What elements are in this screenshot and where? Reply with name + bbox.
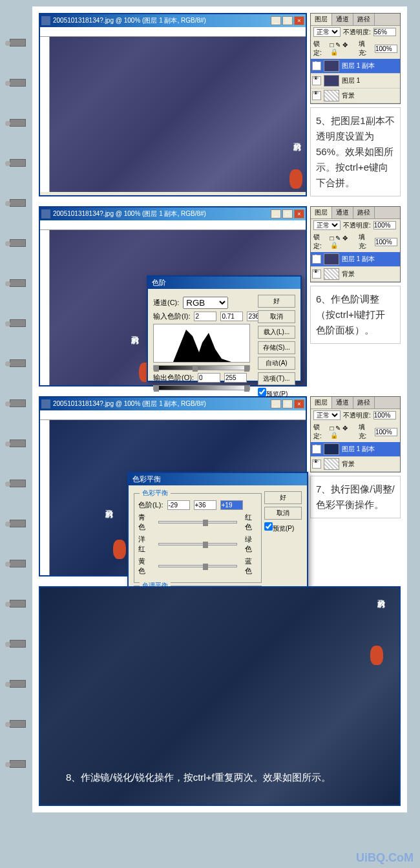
channel-select[interactable]: RGB <box>183 297 228 309</box>
opacity-input[interactable] <box>373 28 396 36</box>
step-5-caption: 5、把图层1副本不透明度设置为56%。效果如图所示。按ctrl+e键向下合拼。 <box>310 107 401 196</box>
visibility-icon[interactable] <box>312 445 321 454</box>
layer-thumbnail <box>324 443 339 455</box>
app-icon <box>41 209 50 218</box>
fill-input[interactable] <box>375 428 397 436</box>
close-button[interactable]: × <box>294 209 304 218</box>
input-levels-label: 输入色阶(I): <box>153 312 190 321</box>
tab-channels[interactable]: 通道 <box>332 397 353 408</box>
minimize-button[interactable]: _ <box>271 16 281 25</box>
red-label: 红色 <box>245 513 257 532</box>
step-7-caption: 7、执行图像/调整/色彩平衡操作。 <box>310 476 401 518</box>
seal-stamp <box>370 646 383 665</box>
maximize-button[interactable]: □ <box>282 399 293 408</box>
fill-label: 填充: <box>359 233 373 251</box>
maximize-button[interactable]: □ <box>282 16 293 25</box>
preview-checkbox[interactable] <box>264 522 273 531</box>
opacity-input[interactable] <box>373 221 396 229</box>
watermark: 飛材的人 <box>367 594 386 646</box>
layer-1-copy[interactable]: 图层 1 副本 <box>311 442 400 457</box>
background-layer[interactable]: 背景 <box>311 89 400 103</box>
cb-val1[interactable] <box>167 500 190 510</box>
minimize-button[interactable]: _ <box>271 209 281 218</box>
save-button[interactable]: 存储(S)... <box>258 341 295 354</box>
cancel-button[interactable]: 取消 <box>258 310 295 323</box>
tab-paths[interactable]: 路径 <box>353 397 375 408</box>
titlebar[interactable]: 2005101318134?.jpg @ 100% (图层 1 副本, RGB/… <box>40 207 306 220</box>
output-highlight[interactable] <box>224 373 247 383</box>
tab-channels[interactable]: 通道 <box>332 14 353 25</box>
layer-1-copy[interactable]: 图层 1 副本 <box>311 252 400 267</box>
levels-label: 色阶(L): <box>138 500 163 510</box>
app-icon <box>41 16 50 25</box>
tab-channels[interactable]: 通道 <box>332 207 353 218</box>
background-layer[interactable]: 背景 <box>311 267 400 282</box>
layers-panel[interactable]: 图层 通道 路径 正常 不透明度: 锁定: □ ✎ ✥ 🔒 填充: 图层 1 副… <box>310 13 401 104</box>
output-slider[interactable] <box>153 385 250 390</box>
close-button[interactable]: × <box>294 16 304 25</box>
auto-button[interactable]: 自动(A) <box>258 357 295 370</box>
visibility-icon[interactable] <box>312 460 321 469</box>
titlebar[interactable]: 2005101318134?.jpg @ 100% (图层 1 副本, RGB/… <box>40 14 306 27</box>
opacity-input[interactable] <box>373 411 396 419</box>
seal-stamp <box>289 169 302 189</box>
input-mid[interactable] <box>220 312 243 321</box>
layer-1-copy[interactable]: 图层 1 副本 <box>311 59 400 74</box>
yellow-blue-slider[interactable] <box>158 565 237 567</box>
tab-layers[interactable]: 图层 <box>311 397 332 408</box>
cancel-button[interactable]: 取消 <box>264 507 302 520</box>
layer-thumbnail <box>324 60 339 72</box>
photoshop-window-7: 2005101318134?.jpg @ 100% (图层 1 副本, RGB/… <box>39 396 307 577</box>
blend-mode-select[interactable]: 正常 <box>313 220 341 230</box>
layer-1[interactable]: 图层 1 <box>311 74 400 89</box>
tab-paths[interactable]: 路径 <box>353 14 375 25</box>
canvas-area[interactable]: 飛材的人 <box>50 37 306 192</box>
visibility-icon[interactable] <box>312 61 321 70</box>
cb-val3[interactable] <box>220 500 243 510</box>
titlebar[interactable]: 2005101318134?.jpg @ 100% (图层 1 副本, RGB/… <box>40 397 306 410</box>
minimize-button[interactable]: _ <box>271 399 281 408</box>
visibility-icon[interactable] <box>312 255 321 264</box>
step-7-section: 2005101318134?.jpg @ 100% (图层 1 副本, RGB/… <box>39 396 401 577</box>
levels-dialog[interactable]: 色阶 通道(C): RGB 输入色阶(I): 输出色阶(O): 好 取消 载入(… <box>147 275 302 382</box>
visibility-icon[interactable] <box>312 76 321 85</box>
horizontal-ruler <box>40 220 306 230</box>
visibility-icon[interactable] <box>312 91 321 100</box>
fill-input[interactable] <box>375 238 397 246</box>
step-5-section: 2005101318134?.jpg @ 100% (图层 1 副本, RGB/… <box>39 13 401 196</box>
background-layer[interactable]: 背景 <box>311 457 400 472</box>
close-button[interactable]: × <box>294 399 304 408</box>
preview-checkbox[interactable] <box>258 388 266 396</box>
vertical-ruler <box>40 37 50 192</box>
layer-thumbnail <box>324 90 339 101</box>
output-shadow[interactable] <box>198 373 220 383</box>
input-slider[interactable] <box>153 365 250 370</box>
maximize-button[interactable]: □ <box>282 209 293 218</box>
visibility-icon[interactable] <box>312 270 321 279</box>
document-title: 2005101318134?.jpg @ 100% (图层 1 副本, RGB/… <box>53 399 271 408</box>
result-canvas: 飛材的人 8、作滤镜/锐化/锐化操作，按ctrl+f重复两次。效果如图所示。 <box>39 586 401 806</box>
canvas-area[interactable]: 飛材的人 色阶 通道(C): RGB 输入色阶(I): 输出色阶(O): 好 取… <box>50 230 306 385</box>
magenta-green-slider[interactable] <box>158 543 237 545</box>
canvas-area[interactable]: 飛材的人 色彩平衡 色彩平衡 色阶(L): 青色红色 洋红绿色 黄色蓝色 色调平… <box>50 420 306 575</box>
tab-paths[interactable]: 路径 <box>353 207 375 218</box>
ok-button[interactable]: 好 <box>264 491 302 504</box>
input-shadow[interactable] <box>194 312 216 321</box>
layers-panel[interactable]: 图层 通道 路径 正常 不透明度: 锁定: □ ✎ ✥ 🔒 填充: 图层 1 副… <box>310 206 401 282</box>
opacity-label: 不透明度: <box>343 221 371 230</box>
ok-button[interactable]: 好 <box>258 295 295 308</box>
blend-mode-select[interactable]: 正常 <box>313 410 341 420</box>
vertical-ruler <box>40 230 50 385</box>
cyan-red-slider[interactable] <box>158 521 237 524</box>
load-button[interactable]: 载入(L)... <box>258 326 295 339</box>
magenta-label: 洋红 <box>138 535 151 554</box>
layers-panel[interactable]: 图层 通道 路径 正常 不透明度: 锁定: □ ✎ ✥ 🔒 填充: 图层 1 副… <box>310 396 401 472</box>
horizontal-ruler <box>40 27 306 37</box>
fill-input[interactable] <box>375 45 397 53</box>
blend-mode-select[interactable]: 正常 <box>313 27 341 37</box>
tab-layers[interactable]: 图层 <box>311 207 332 218</box>
document-title: 2005101318134?.jpg @ 100% (图层 1 副本, RGB/… <box>53 16 271 25</box>
cb-val2[interactable] <box>194 500 216 510</box>
tab-layers[interactable]: 图层 <box>311 14 332 25</box>
options-button[interactable]: 选项(T)... <box>258 372 295 385</box>
